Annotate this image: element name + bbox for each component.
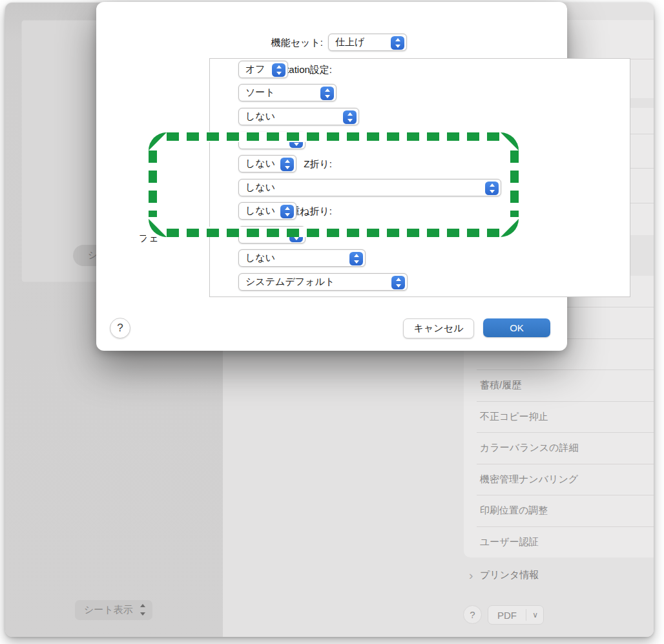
stepper-icon <box>343 110 357 124</box>
list-item[interactable]: 印刷位置の調整 <box>480 502 548 519</box>
pdf-menu-button[interactable]: PDF ∨ <box>488 605 544 625</box>
chevron-down-icon: ∨ <box>532 610 538 619</box>
orientation-label: Orientation設定: <box>125 61 332 78</box>
annotation-dash-top <box>167 132 501 141</box>
sheet-view-popup[interactable]: シート表示 <box>75 600 152 620</box>
sort-method-popup[interactable]: ソート <box>238 84 337 101</box>
list-item[interactable]: 不正コピー抑止 <box>480 408 548 425</box>
divider <box>526 609 526 621</box>
finishing-settings-sheet: 機能セット: 仕上げ Orientation設定: オフ ソート方式: ソート … <box>96 2 567 351</box>
stepper-icon <box>485 182 499 195</box>
orientation-popup[interactable]: オフ <box>238 61 288 78</box>
annotation-dash-bottom <box>167 229 501 237</box>
help-button[interactable]: ? <box>463 605 482 624</box>
booklet-popup[interactable]: しない <box>238 249 366 267</box>
list-item[interactable]: カラーバランスの詳細 <box>480 439 578 456</box>
stepper-icon <box>280 205 294 218</box>
staple-value: しない <box>245 110 275 123</box>
list-item[interactable]: ユーザー認証 <box>480 534 539 550</box>
printer-info-disclosure[interactable]: プリンタ情報 <box>480 569 539 581</box>
stepper-icon <box>138 602 147 618</box>
sheet-view-label: シート表示 <box>84 604 133 616</box>
help-button-modal[interactable]: ? <box>110 318 130 338</box>
sort-method-value: ソート <box>245 87 275 99</box>
z-fold-value: しない <box>245 158 275 170</box>
feature-set-value: 仕上げ <box>335 36 364 48</box>
help-label: ? <box>470 609 475 620</box>
stepper-icon <box>280 158 294 171</box>
annotation-dash-left <box>149 151 157 217</box>
list-item[interactable]: 蓄積/履歴 <box>480 377 521 393</box>
staple-popup[interactable]: しない <box>238 108 359 125</box>
fold-type-value: しない <box>245 182 275 194</box>
annotation-dash-right <box>510 151 519 217</box>
stepper-icon <box>320 87 334 100</box>
help-label: ? <box>117 322 123 335</box>
booklet-value: しない <box>245 252 275 264</box>
stepper-icon <box>349 252 363 265</box>
multi-fold-value: しない <box>245 205 275 217</box>
booklet-paper-size-popup[interactable]: システムデフォルト <box>238 273 408 291</box>
stepper-icon <box>391 276 405 289</box>
booklet-paper-size-value: システムデフォルト <box>245 276 335 288</box>
pdf-label: PDF <box>497 610 517 621</box>
cancel-label: キャンセル <box>414 322 464 335</box>
ok-label: OK <box>510 322 524 333</box>
cancel-button-modal[interactable]: キャンセル <box>403 318 474 338</box>
feature-set-label: 機能セット: <box>194 34 323 51</box>
multi-fold-popup[interactable]: しない <box>238 202 296 220</box>
stepper-icon <box>272 63 285 77</box>
orientation-value: オフ <box>245 63 265 76</box>
z-fold-popup[interactable]: しない <box>238 155 296 172</box>
chevron-right-icon[interactable]: › <box>469 569 473 582</box>
stepper-icon <box>391 36 404 50</box>
list-item[interactable]: 機密管理ナンバリング <box>480 471 578 488</box>
feature-set-popup[interactable]: 仕上げ <box>328 34 407 51</box>
ok-button[interactable]: OK <box>483 318 550 337</box>
fold-type-popup[interactable]: しない <box>238 179 501 196</box>
